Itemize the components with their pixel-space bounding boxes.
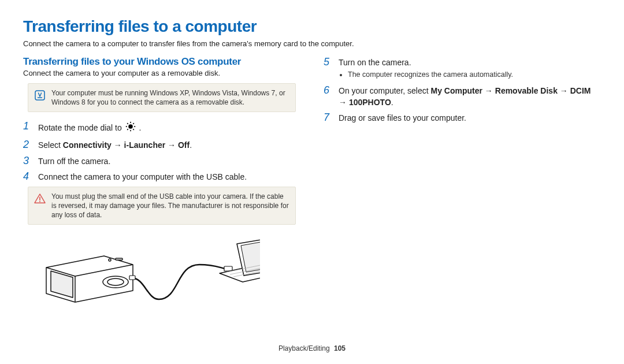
warning-callout: You must plug the small end of the USB c…: [28, 187, 296, 225]
warning-text: You must plug the small end of the USB c…: [51, 192, 289, 220]
step-5-bullets: The computer recognizes the camera autom…: [348, 70, 513, 80]
footer: Playback/Editing 105: [0, 344, 624, 352]
step-body: On your computer, select My Computer → R…: [339, 84, 601, 108]
mode-dial-icon: [125, 121, 136, 135]
step-5-bullet-1: The computer recognizes the camera autom…: [348, 70, 513, 80]
svg-line-8: [127, 129, 128, 131]
svg-point-13: [109, 259, 111, 261]
step-num: 7: [324, 112, 334, 124]
step-2: 2 Select Connectivity → i-Launcher → Off…: [23, 139, 300, 151]
page: Transferring files to a computer Connect…: [0, 0, 624, 364]
step-6-lead: On your computer, select: [339, 86, 431, 95]
page-intro: Connect the camera to a computer to tran…: [23, 39, 601, 48]
step-1: 1 Rotate the mode dial to: [23, 120, 300, 135]
step-2-tail: .: [190, 140, 192, 150]
step-5: 5 Turn on the camera. The computer recog…: [324, 56, 601, 81]
section-sub: Connect the camera to your computer as a…: [23, 69, 300, 77]
step-num: 2: [23, 139, 34, 151]
svg-rect-0: [35, 91, 44, 100]
step-2-bold: Connectivity → i-Launcher → Off: [63, 140, 190, 150]
step-num: 6: [324, 84, 334, 97]
step-6-bold3: DCIM: [570, 86, 591, 95]
step-num: 3: [23, 155, 34, 168]
columns: Transferring files to your Windows OS co…: [23, 56, 601, 308]
svg-rect-16: [129, 276, 135, 280]
step-6-bold4: 100PHOTO: [349, 98, 391, 107]
step-num: 1: [23, 120, 34, 133]
page-title: Transferring files to a computer: [23, 17, 601, 36]
step-body: Turn on the camera. The computer recogni…: [339, 56, 513, 81]
step-2-lead: Select: [38, 140, 63, 150]
svg-line-6: [127, 124, 128, 125]
step-6-bold1: My Computer: [431, 86, 482, 95]
step-num: 4: [23, 170, 34, 183]
step-3: 3 Turn off the camera.: [23, 155, 300, 168]
step-5-text: Turn on the camera.: [339, 58, 411, 67]
warning-icon: [34, 193, 46, 205]
left-column: Transferring files to your Windows OS co…: [23, 56, 300, 308]
svg-point-11: [39, 200, 40, 202]
steps-right: 5 Turn on the camera. The computer recog…: [324, 56, 601, 124]
step-6-tail: .: [391, 98, 393, 107]
step-body: Connect the camera to your computer with…: [38, 170, 247, 183]
step-body: Turn off the camera.: [38, 155, 110, 168]
step-7: 7 Drag or save files to your computer.: [324, 112, 601, 124]
step-6-bold2: Removable Disk: [495, 86, 558, 95]
steps-left: 1 Rotate the mode dial to: [23, 120, 300, 183]
svg-rect-12: [116, 258, 122, 260]
info-text: Your computer must be running Windows XP…: [51, 88, 289, 107]
step-6: 6 On your computer, select My Computer →…: [324, 84, 601, 108]
footer-section: Playback/Editing: [278, 344, 330, 352]
step-1-before: Rotate the mode dial to: [38, 123, 124, 132]
svg-line-7: [133, 129, 134, 131]
step-6-arrow1: →: [482, 86, 495, 95]
step-body: Select Connectivity → i-Launcher → Off.: [38, 139, 192, 151]
step-1-after: .: [139, 123, 142, 132]
camera-laptop-illustration: [29, 233, 260, 308]
right-column: 5 Turn on the camera. The computer recog…: [324, 56, 601, 308]
step-num: 5: [324, 56, 334, 69]
step-4: 4 Connect the camera to your computer wi…: [23, 170, 300, 183]
step-body: Drag or save files to your computer.: [339, 112, 466, 124]
footer-page: 105: [334, 344, 346, 352]
step-body: Rotate the mode dial to: [38, 120, 141, 135]
info-callout: Your computer must be running Windows XP…: [28, 83, 296, 112]
svg-point-1: [128, 125, 133, 129]
svg-line-9: [133, 124, 134, 125]
section-heading: Transferring files to your Windows OS co…: [23, 56, 300, 68]
svg-rect-17: [224, 266, 232, 271]
info-icon: [34, 90, 46, 101]
step-6-arrow3: →: [339, 98, 349, 107]
step-6-arrow2: →: [558, 86, 570, 95]
